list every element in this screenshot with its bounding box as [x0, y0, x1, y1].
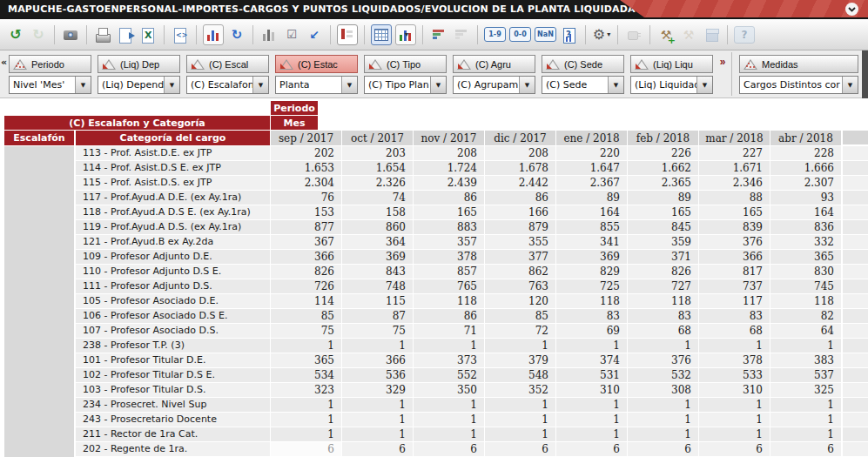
value-cell[interactable]: 226 — [628, 146, 698, 160]
value-cell[interactable]: 1.678 — [485, 161, 555, 175]
month-column-header[interactable]: sep / 2017 — [271, 131, 341, 145]
value-cell[interactable]: 68 — [699, 324, 770, 338]
row-label[interactable]: 202 - Regente de 1ra. — [76, 442, 270, 456]
value-cell[interactable]: 830 — [770, 265, 841, 279]
value-cell[interactable]: 120 — [485, 294, 555, 308]
value-cell[interactable]: 737 — [699, 279, 770, 293]
value-cell[interactable]: 1 — [485, 427, 555, 441]
value-cell[interactable]: 383 — [770, 353, 841, 367]
value-cell[interactable]: 836 — [770, 220, 841, 234]
month-column-header[interactable]: ene / 2018 — [556, 131, 627, 145]
value-cell[interactable]: 378 — [414, 250, 484, 264]
chevron-down-icon[interactable]: ▾ — [607, 30, 610, 38]
value-cell[interactable]: 118 — [556, 294, 627, 308]
value-cell[interactable]: 2.326 — [342, 176, 413, 190]
value-cell[interactable]: 118 — [414, 294, 484, 308]
value-cell[interactable]: 85 — [271, 309, 341, 323]
value-cell[interactable]: 1 — [770, 413, 841, 427]
value-cell[interactable]: 829 — [556, 265, 627, 279]
value-cell[interactable]: 367 — [271, 235, 341, 249]
format-0-0-icon[interactable]: 0-0 — [509, 27, 531, 42]
value-cell[interactable]: 202 — [271, 146, 341, 160]
value-cell[interactable]: 83 — [628, 309, 698, 323]
format-1-9-icon[interactable]: 1-9 — [484, 27, 506, 42]
value-cell[interactable]: 2.367 — [556, 176, 627, 190]
value-cell[interactable]: 534 — [271, 368, 341, 382]
value-cell[interactable]: 365 — [770, 250, 841, 264]
value-cell[interactable]: 1 — [628, 427, 698, 441]
chevron-down-icon[interactable]: ▾ — [633, 30, 636, 38]
more-dimensions-button[interactable]: » — [716, 55, 730, 69]
chevron-down-icon[interactable]: ▼ — [75, 77, 91, 93]
chart-type-icon[interactable]: ▾ — [395, 24, 416, 45]
value-cell[interactable]: 85 — [485, 309, 555, 323]
month-column-header[interactable]: oct / 2017 — [342, 131, 413, 145]
value-cell[interactable]: 1 — [699, 339, 770, 353]
value-cell[interactable]: 533 — [699, 368, 770, 382]
month-column-header[interactable]: mar / 2018 — [699, 131, 770, 145]
row-label[interactable]: 243 - Prosecretario Docente — [76, 413, 270, 427]
value-cell[interactable]: 1 — [342, 413, 413, 427]
row-label[interactable]: 110 - Profesor Adjunto D.S E. — [76, 265, 270, 279]
categoria-column-header[interactable]: Categoría del cargo — [76, 131, 270, 145]
row-label[interactable]: 238 - Profesor T.P. (3) — [76, 339, 270, 353]
dimension-button-c-sede[interactable]: (C) Sede — [542, 55, 624, 73]
value-cell[interactable]: 76 — [271, 191, 341, 205]
value-cell[interactable]: 365 — [271, 353, 341, 367]
value-cell[interactable]: 1 — [628, 339, 698, 353]
value-cell[interactable]: 208 — [414, 146, 484, 160]
export-code-icon[interactable] — [171, 25, 190, 44]
print-icon[interactable] — [93, 25, 112, 44]
row-label[interactable]: 103 - Profesor Titular D.S. — [76, 383, 270, 397]
value-cell[interactable]: 165 — [628, 205, 698, 219]
value-cell[interactable]: 310 — [699, 383, 770, 397]
value-cell[interactable]: 2.439 — [414, 176, 484, 190]
value-cell[interactable]: 1.724 — [414, 161, 484, 175]
value-cell[interactable]: 323 — [271, 383, 341, 397]
value-cell[interactable]: 6 — [556, 442, 627, 456]
value-cell[interactable]: 6 — [271, 442, 341, 456]
chevron-down-icon[interactable]: ▼ — [696, 77, 712, 93]
row-label[interactable]: 119 - Prof.Ayud.A D.S. (ex Ay.1ra) — [76, 220, 270, 234]
value-cell[interactable]: 371 — [628, 250, 698, 264]
value-cell[interactable]: 1 — [414, 413, 484, 427]
row-label[interactable]: 106 - Profesor Asociado D.S E. — [76, 309, 270, 323]
value-cell[interactable]: 1 — [342, 427, 413, 441]
value-cell[interactable]: 1.654 — [342, 161, 413, 175]
value-cell[interactable]: 378 — [699, 353, 770, 367]
value-cell[interactable]: 843 — [342, 265, 413, 279]
row-label[interactable]: 121 - Prof.Ayud.B ex Ay.2da — [76, 235, 270, 249]
value-cell[interactable]: 826 — [271, 265, 341, 279]
row-label[interactable]: 102 - Profesor Titular D.S E. — [76, 368, 270, 382]
value-cell[interactable]: 548 — [485, 368, 555, 382]
value-cell[interactable]: 1 — [485, 413, 555, 427]
value-cell[interactable]: 75 — [342, 324, 413, 338]
help-icon[interactable]: ? — [734, 26, 755, 44]
row-label[interactable]: 105 - Profesor Asociado D.E. — [76, 294, 270, 308]
checkbox-options-icon[interactable]: ☑ — [282, 25, 301, 44]
tool-icon[interactable]: ⚒ — [679, 25, 698, 44]
dimension-combo-periodo[interactable]: Nivel 'Mes'▼ — [9, 76, 91, 94]
month-column-header[interactable]: feb / 2018 — [628, 131, 698, 145]
value-cell[interactable]: 369 — [342, 250, 413, 264]
value-cell[interactable]: 64 — [770, 324, 841, 338]
value-cell[interactable]: 839 — [699, 220, 770, 234]
value-cell[interactable]: 369 — [556, 250, 627, 264]
dimension-combo-c-escal[interactable]: (C) Escalafon▼ — [186, 76, 269, 94]
value-cell[interactable]: 69 — [556, 324, 627, 338]
chevron-down-icon[interactable]: ▼ — [341, 77, 357, 93]
value-cell[interactable]: 72 — [485, 324, 555, 338]
value-cell[interactable]: 765 — [414, 279, 484, 293]
plug-icon[interactable]: ▾ — [624, 25, 643, 44]
dimension-combo-liq-dep[interactable]: (Liq) Depend▼ — [98, 76, 180, 94]
cube-icon[interactable] — [702, 25, 721, 44]
value-cell[interactable]: 82 — [770, 309, 841, 323]
dimension-combo-c-sede[interactable]: (C) Sede▼ — [542, 76, 624, 94]
value-cell[interactable]: 1 — [414, 427, 484, 441]
dimension-button-liq-liqu[interactable]: (Liq) Liqu — [630, 55, 713, 73]
value-cell[interactable]: 68 — [628, 324, 698, 338]
snapshot-camera-icon[interactable] — [61, 25, 80, 44]
value-cell[interactable]: 352 — [485, 383, 555, 397]
value-cell[interactable]: 93 — [770, 191, 841, 205]
value-cell[interactable]: 366 — [699, 250, 770, 264]
